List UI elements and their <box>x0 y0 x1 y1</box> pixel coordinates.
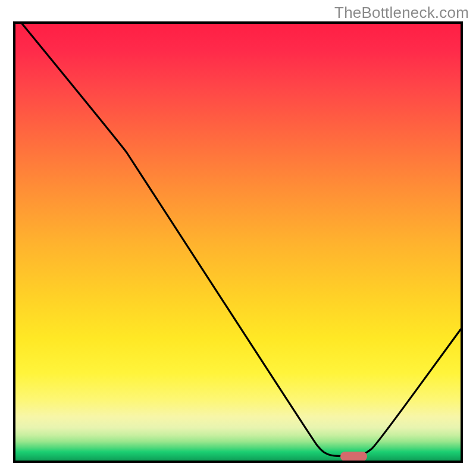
plot-area <box>13 21 463 463</box>
optimal-marker <box>340 452 367 461</box>
watermark-text: TheBottleneck.com <box>334 4 469 22</box>
chart-stage: TheBottleneck.com <box>0 0 476 476</box>
bottleneck-curve <box>15 24 461 461</box>
